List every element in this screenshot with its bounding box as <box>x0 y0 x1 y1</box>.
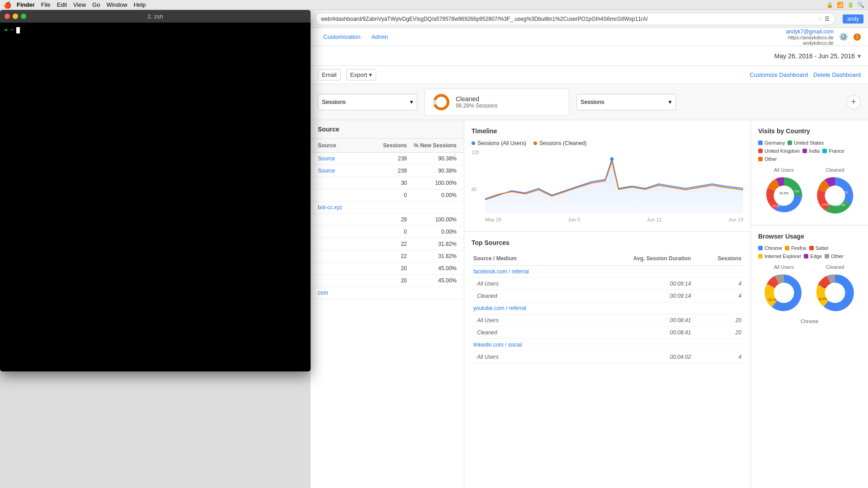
td-sessions: 30 <box>375 180 407 186</box>
url-text: web/#dashboard/9ZabnVyaTWylvDgEVIsgDQ/a5… <box>321 16 648 22</box>
export-dropdown-icon: ▾ <box>369 71 372 78</box>
france-dot <box>822 149 827 153</box>
x-label-4: Jun 19 <box>728 217 743 222</box>
td-source-youtube[interactable]: youtube.com / referral <box>472 302 580 314</box>
germany-label: Germany <box>764 140 785 145</box>
browser-cleaned-container: Cleaned 64% 31.5% <box>815 264 855 315</box>
legend-france: France <box>822 148 844 154</box>
table-row: 0 0.00% <box>311 189 464 202</box>
legend-firefox: Firefox <box>785 245 807 251</box>
svg-text:14.3%: 14.3% <box>773 204 781 207</box>
address-bar[interactable]: web/#dashboard/9ZabnVyaTWylvDgEVIsgDQ/a5… <box>315 13 835 25</box>
browser-all-users-chart: 65.9% 20.7% <box>764 272 804 313</box>
legend-uk: United Kingdom <box>758 148 800 154</box>
td-source-linkedin[interactable]: linkedin.com / social <box>472 339 580 351</box>
segment-text-2: Sessions <box>580 99 604 105</box>
menu-help[interactable]: Help <box>134 1 146 8</box>
notification-badge[interactable]: 1 <box>854 33 861 41</box>
td-source[interactable]: Source <box>318 155 375 162</box>
td-sessions: 4 <box>693 278 743 290</box>
browser-chrome: web/#dashboard/9ZabnVyaTWylvDgEVIsgDQ/a5… <box>311 10 868 28</box>
cleaned-text: Cleaned 96.28% Sessions <box>456 95 498 109</box>
table-row: All Users 00:04:02 4 <box>472 351 743 363</box>
sources-table: Source / Medium Avg. Session Duration Se… <box>472 252 743 363</box>
close-button[interactable] <box>5 14 10 19</box>
date-range[interactable]: May 26, 2016 - Jun 25, 2016 ▾ <box>774 52 861 60</box>
table-row: bot-cc.xyz <box>311 202 464 214</box>
source-panel-header: Source <box>311 120 464 139</box>
menu-finder[interactable]: Finder <box>17 1 35 8</box>
table-row: Cleaned 00:09:14 4 <box>472 290 743 302</box>
nav-customization[interactable]: Customization <box>318 28 366 46</box>
td-sessions: 20 <box>693 314 743 327</box>
legend-other-browser: Other <box>825 253 844 259</box>
table-row: 30 100.00% <box>311 177 464 189</box>
td-sessions <box>693 302 743 314</box>
other-label: Other <box>764 156 777 162</box>
td-source[interactable]: bot-cc.xyz <box>318 204 375 211</box>
table-row: youtube.com / referral <box>472 302 743 314</box>
td-new-sessions: 45.00% <box>407 265 457 272</box>
user-site: https://andykdocs.de <box>786 35 834 40</box>
nav-icons: ⚙️ 1 <box>839 33 861 41</box>
analytics-nav-right: andyk7@gmail.com https://andykdocs.de an… <box>786 28 861 46</box>
svg-point-3 <box>610 157 614 161</box>
td-sessions: 4 <box>693 351 743 363</box>
middle-panel: Timeline Sessions (All Users) Sessions (… <box>464 120 750 488</box>
menu-go[interactable]: Go <box>92 1 100 8</box>
td-new-sessions: 100.00% <box>407 180 457 186</box>
bookmark-icon[interactable]: ☆ <box>818 16 823 22</box>
nav-admin[interactable]: Admin <box>366 28 393 46</box>
nav-user-info: andyk7@gmail.com https://andykdocs.de an… <box>786 28 834 46</box>
add-widget-button[interactable]: + <box>846 95 861 109</box>
date-dropdown-icon: ▾ <box>858 52 861 60</box>
minimize-button[interactable] <box>13 14 18 19</box>
segment-select-2[interactable]: Sessions ▾ <box>576 94 676 110</box>
bu-legend: Chrome Firefox Safari Internet Explorer <box>758 245 861 259</box>
terminal-window: 2. zsh ➜ ~ <box>0 10 311 371</box>
table-row: Source 239 90.38% <box>311 165 464 177</box>
menu-edit[interactable]: Edit <box>57 1 67 8</box>
email-button[interactable]: Email <box>318 69 341 80</box>
menu-view[interactable]: View <box>73 1 86 8</box>
td-source-facebook[interactable]: facebook.com / referral <box>472 266 580 278</box>
cleaned-pie-container: Cleaned <box>815 167 855 218</box>
edge-label: Edge <box>810 253 822 259</box>
terminal-titlebar: 2. zsh <box>0 10 311 23</box>
safari-label: Safari <box>816 245 829 251</box>
x-label-3: Jun 12 <box>647 217 662 222</box>
toolbar: Email Export ▾ Customize Dashboard Delet… <box>311 66 868 84</box>
td-duration <box>580 339 693 351</box>
vbc-legend: Germany United States United Kingdom Ind… <box>758 140 861 162</box>
terminal-body[interactable]: ➜ ~ <box>0 23 311 371</box>
td-source[interactable]: Source <box>318 168 375 174</box>
settings-icon[interactable]: ⚙️ <box>839 33 848 41</box>
td-sessions: 20 <box>375 265 407 272</box>
user-email: andyk7@gmail.com <box>786 28 834 35</box>
delete-dashboard-link[interactable]: Delete Dashboard <box>813 71 861 78</box>
browser-all-users-label: All Users <box>764 264 804 270</box>
svg-text:14.8%: 14.8% <box>822 203 830 206</box>
segment-select[interactable]: Sessions ▾ <box>318 94 417 110</box>
vbc-title: Visits by Country <box>758 127 861 135</box>
chrome-dot <box>758 246 763 250</box>
segment-text: Sessions <box>322 99 346 105</box>
export-button[interactable]: Export ▾ <box>346 69 377 80</box>
segment-dropdown-icon: ▾ <box>410 99 413 105</box>
menu-icon[interactable]: ☰ <box>825 16 830 22</box>
timeline-chart <box>485 150 743 213</box>
customize-dashboard-link[interactable]: Customize Dashboard <box>750 71 808 78</box>
menu-file[interactable]: File <box>41 1 51 8</box>
table-row: facebook.com / referral <box>472 266 743 278</box>
user-badge[interactable]: andy <box>843 14 863 23</box>
td-source[interactable]: com <box>318 290 375 296</box>
prompt-arrow: ➜ <box>4 26 7 34</box>
td-sub-label: Cleaned <box>472 290 580 302</box>
td-duration <box>580 302 693 314</box>
menu-window[interactable]: Window <box>106 1 127 8</box>
maximize-button[interactable] <box>21 14 26 19</box>
cleaned-widget: Cleaned 96.28% Sessions <box>425 89 569 116</box>
th-sessions: Sessions <box>693 252 743 266</box>
menubar-icon-2: 📶 <box>837 2 844 8</box>
th-source-medium: Source / Medium <box>472 252 580 266</box>
